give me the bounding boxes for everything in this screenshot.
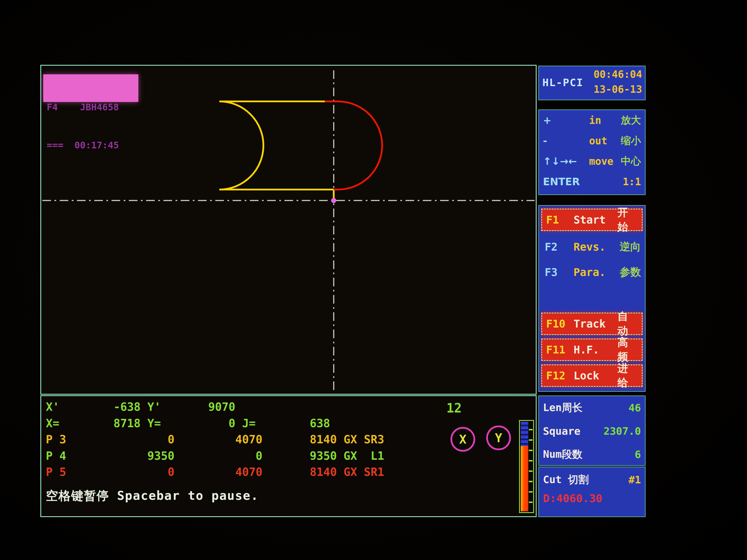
f12-lock-button[interactable]: F12 Lock 进给 [541, 365, 643, 387]
pause-hint: 空格键暂停 Spacebar to pause. [46, 488, 258, 504]
cut-row: Cut 切割 #1 [539, 467, 645, 492]
stat-square: Square 2307.0 [539, 420, 645, 443]
f11-label: H.F. [573, 344, 617, 356]
f11-hf-button[interactable]: F11 H.F. 高频 [541, 339, 643, 361]
f12-cn-label: 进给 [618, 361, 638, 390]
enter-key-label: ENTER [543, 176, 589, 188]
gauge-orange-segment [521, 446, 528, 511]
stat-num-segments: Num段数 6 [539, 443, 645, 466]
clock-time: 00:46:04 [593, 69, 642, 80]
cut-number: #1 [628, 474, 641, 486]
zoom-out-control[interactable]: - out 缩小 [539, 131, 645, 151]
y-axis-badge: Y [486, 425, 511, 450]
f10-track-button[interactable]: F10 Track 自动 [541, 313, 643, 335]
clock-panel: HL-PCI 00:46:04 13-06-13 [538, 66, 646, 100]
toolpath-cut-done [219, 101, 334, 201]
f1-start-button[interactable]: F1 Start 开始 [541, 209, 643, 231]
move-center-control[interactable]: ↑↓→← move 中心 [539, 151, 645, 171]
program-name: F4 JBH4658 [47, 101, 135, 113]
gauge-tick [529, 481, 533, 482]
square-label: Square [543, 425, 581, 437]
f1-cn-label: 开始 [618, 205, 638, 234]
gauge-blue-segment [521, 422, 528, 446]
status-row-relative-xy: X' -638 Y' 9070 [46, 400, 235, 414]
f11-key-label: F11 [546, 344, 573, 356]
f2-cn-label: 逆向 [620, 240, 641, 254]
zoom-out-cn-label: 缩小 [621, 134, 641, 148]
sidebar: HL-PCI 00:46:04 13-06-13 + in 放大 - out 缩… [538, 65, 646, 517]
stat-length: Len周长 46 [539, 396, 645, 420]
gauge-tick [529, 450, 533, 451]
feed-gauge [519, 420, 534, 513]
f3-label: Para. [573, 266, 620, 278]
f2-key-label: F2 [545, 241, 573, 253]
status-panel: X' -638 Y' 9070 X= 8718 Y= 0 J= 638 P 3 … [40, 395, 537, 517]
zoom-controls-panel: + in 放大 - out 缩小 ↑↓→← move 中心 ENTER 1:1 [538, 109, 646, 195]
program-elapsed-time: === 00:17:45 [47, 139, 135, 152]
f2-reverse-button[interactable]: F2 Revs. 逆向 [545, 240, 642, 254]
stats-panel: Len周长 46 Square 2307.0 Num段数 6 [538, 396, 646, 466]
length-label: Len周长 [543, 401, 583, 415]
gauge-tick [529, 460, 533, 461]
f12-label: Lock [573, 370, 617, 382]
gauge-tick [529, 491, 533, 492]
zoom-in-control[interactable]: + in 放大 [539, 110, 645, 131]
y-axis-label: Y [495, 431, 502, 445]
x-axis-badge: X [450, 427, 475, 452]
f12-key-label: F12 [546, 370, 573, 382]
scale-1-1-label: 1:1 [623, 176, 641, 188]
minus-key-icon: - [543, 135, 589, 146]
gauge-tick [529, 429, 533, 430]
zoom-in-cn-label: 放大 [621, 113, 641, 127]
status-row-p3: P 3 0 4070 8140 GX SR3 [46, 433, 384, 446]
status-row-absolute-xy: X= 8718 Y= 0 J= 638 [46, 417, 330, 430]
num-segments-value: 6 [635, 449, 641, 460]
status-row-p4: P 4 9350 0 9350 GX L1 [46, 449, 384, 462]
f11-cn-label: 高频 [618, 335, 638, 364]
num-segments-label: Num段数 [543, 447, 583, 461]
start-point-dot [331, 198, 336, 203]
f1-label: Start [573, 214, 617, 226]
cut-label: Cut 切割 [543, 473, 589, 487]
zoom-in-label: in [589, 115, 621, 126]
f2-label: Revs. [573, 241, 620, 253]
f3-parameters-button[interactable]: F3 Para. 参数 [545, 265, 642, 279]
length-value: 46 [628, 402, 641, 414]
gauge-tick [529, 471, 533, 472]
f1-key-label: F1 [546, 214, 573, 226]
f10-key-label: F10 [546, 318, 573, 330]
cut-panel: Cut 切割 #1 D:4060.30 [538, 466, 646, 517]
status-row-p5: P 5 0 4070 8140 GX SR1 [46, 465, 384, 478]
fkeys-panel: F1 Start 开始 F2 Revs. 逆向 F3 Para. 参数 F10 … [538, 205, 646, 392]
segment-count: 12 [446, 401, 462, 416]
zoom-out-label: out [589, 135, 621, 146]
gauge-tick [529, 439, 533, 441]
f3-key-label: F3 [545, 266, 573, 278]
clock-date: 13-06-13 [593, 83, 642, 95]
cut-distance: D:4060.30 [539, 492, 645, 505]
toolpath-canvas: F4 JBH4658 === 00:17:45 [40, 65, 537, 395]
f10-cn-label: 自动 [618, 310, 638, 338]
square-value: 2307.0 [603, 425, 641, 437]
enter-scale-control[interactable]: ENTER 1:1 [539, 171, 645, 192]
x-axis-label: X [459, 432, 466, 447]
plus-key-icon: + [543, 115, 589, 126]
arrow-keys-icon: ↑↓→← [543, 156, 589, 167]
system-name: HL-PCI [542, 77, 583, 88]
move-label: move [589, 156, 621, 167]
move-center-cn-label: 中心 [621, 154, 641, 168]
f10-label: Track [573, 318, 617, 330]
gauge-tick [529, 502, 533, 503]
f3-cn-label: 参数 [620, 265, 641, 279]
feed-gauge-bar [521, 422, 528, 511]
edm-control-screen: F4 JBH4658 === 00:17:45 X' -638 Y' 9070 … [40, 65, 646, 517]
program-info-box: F4 JBH4658 === 00:17:45 [43, 74, 138, 102]
